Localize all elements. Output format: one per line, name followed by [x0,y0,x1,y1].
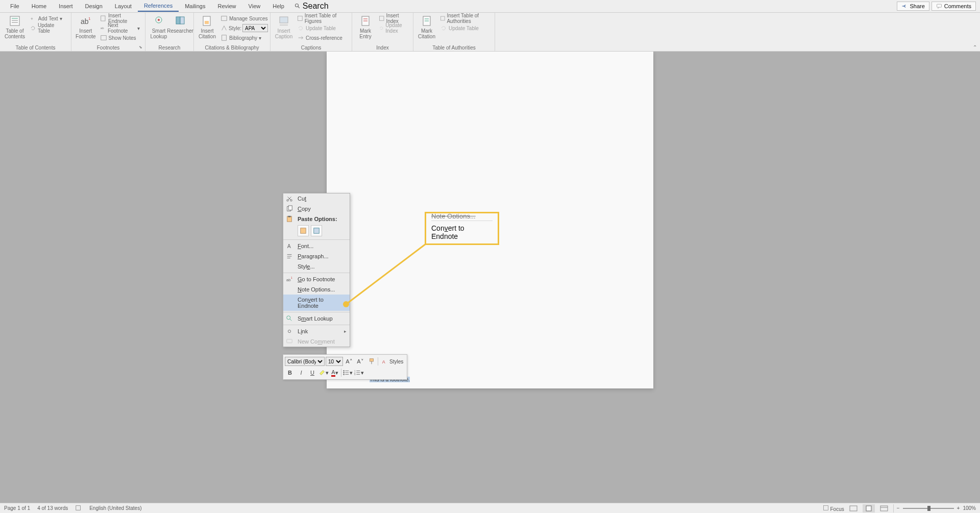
context-style[interactable]: Style... [283,261,350,272]
insert-caption-button[interactable]: Insert Caption [274,14,294,40]
mini-bold[interactable]: B [285,368,295,378]
mini-format-painter[interactable] [366,356,377,367]
view-read-mode[interactable] [847,504,860,512]
mini-font-select[interactable]: Calibri (Body) [285,357,325,366]
tab-references[interactable]: References [138,1,179,12]
tab-file[interactable]: File [4,1,26,11]
style-selector[interactable]: Style: APA [218,23,270,33]
tab-design[interactable]: Design [79,1,109,11]
svg-text:A: A [287,243,291,249]
callout-dot [343,301,349,307]
mini-numbering[interactable]: 123▾ [354,368,364,378]
view-print-layout[interactable] [863,504,875,512]
svg-point-14 [158,19,160,21]
goto-footnote-icon: ab1 [286,276,293,283]
context-link[interactable]: Link ▸ [283,326,350,336]
paste-picture-icon [313,227,320,234]
tab-insert[interactable]: Insert [53,1,79,11]
update-index-button[interactable]: Update Index [377,23,410,33]
zoom-level[interactable]: 100% [963,505,976,511]
mini-italic[interactable]: I [296,368,306,378]
show-notes-button[interactable]: Show Notes [98,33,142,42]
mark-entry-button[interactable]: Mark Entry [355,14,376,40]
footnotes-dialog-launcher[interactable]: ⬊ [139,45,144,50]
next-footnote-icon: ab [100,25,106,32]
mini-font-color[interactable]: A▾ [330,368,340,378]
zoom-in[interactable]: + [957,505,960,511]
svg-rect-63 [850,506,857,511]
mini-shrink-font[interactable]: A˅ [355,356,365,367]
share-button[interactable]: Share [897,2,929,11]
tab-home[interactable]: Home [26,1,53,11]
update-caption-table-button[interactable]: Update Table [295,23,349,33]
context-go-to-footnote[interactable]: ab1 Go to Footnote [283,274,350,284]
context-smart-lookup[interactable]: Smart Lookup [283,313,350,324]
insert-tof-button[interactable]: Insert Table of Figures [295,14,349,23]
web-layout-icon [880,505,888,511]
crossref-icon [297,34,304,41]
smart-lookup-button[interactable]: Smart Lookup [149,14,169,40]
search-button[interactable]: Search [295,2,329,11]
paste-icon [286,215,293,223]
update-icon [30,25,36,32]
view-web-layout[interactable] [878,504,890,512]
mini-grow-font[interactable]: A˄ [344,356,354,367]
svg-point-42 [287,316,290,320]
mini-size-select[interactable]: 10 [326,357,343,366]
styles-icon: A [381,358,388,365]
context-paragraph[interactable]: Paragraph... [283,251,350,261]
paste-picture[interactable] [311,225,322,236]
status-proofing[interactable] [75,504,82,512]
tab-help[interactable]: Help [266,1,290,11]
zoom-slider[interactable] [903,508,954,509]
mini-bullets[interactable]: ▾ [342,368,353,378]
status-page[interactable]: Page 1 of 1 [4,505,30,511]
next-footnote-button[interactable]: abNext Footnote ▾ [98,23,142,33]
insert-endnote-button[interactable]: Insert Endnote [98,14,142,23]
context-note-options[interactable]: Note Options... [283,284,350,295]
style-select[interactable]: APA [242,24,268,32]
comments-button[interactable]: Comments [932,2,976,11]
context-font[interactable]: A Font... [283,241,350,251]
update-table-button[interactable]: Update Table [28,23,68,33]
table-of-contents-button[interactable]: Table of Contents [3,14,27,40]
svg-rect-34 [301,228,306,234]
callout-convert-text: Convert to Endnote [431,224,493,240]
captions-group-label: Captions [271,44,352,51]
svg-text:ab: ab [100,26,104,30]
cross-reference-button[interactable]: Cross-reference [295,33,349,42]
tab-mailings[interactable]: Mailings [179,1,211,11]
researcher-button[interactable]: Researcher [170,14,190,35]
insert-citation-button[interactable]: Insert Citation [197,14,217,40]
mini-styles[interactable]: AStyles [379,356,405,367]
tab-review[interactable]: Review [212,1,242,11]
mark-citation-button[interactable]: Mark Citation [416,14,437,40]
svg-point-0 [295,4,298,7]
paste-keep-source[interactable] [298,225,309,236]
insert-toa-button[interactable]: Insert Table of Authorities [438,14,492,23]
zoom-thumb[interactable] [927,506,930,511]
insert-index-button[interactable]: Insert Index [377,14,410,23]
context-copy[interactable]: Copy [283,204,350,214]
context-convert-to-endnote[interactable]: Convert to Endnote [283,295,350,311]
update-toa-button[interactable]: Update Table [438,23,492,33]
insert-footnote-button[interactable]: ab1 Insert Footnote [75,14,97,40]
collapse-ribbon-button[interactable]: ⌃ [973,44,977,50]
context-cut[interactable]: Cut [283,193,350,204]
bibliography-button[interactable]: Bibliography ▾ [218,33,270,42]
research-group-label: Research [145,44,193,51]
mini-underline[interactable]: U [307,368,317,378]
tab-view[interactable]: View [242,1,267,11]
citation-icon [201,15,213,27]
add-text-button[interactable]: +Add Text ▾ [28,14,68,23]
svg-rect-3 [10,16,19,26]
status-focus[interactable]: Focus [823,505,844,512]
zoom-out[interactable]: − [897,505,900,511]
mini-highlight[interactable]: ▾ [318,368,329,378]
researcher-icon [174,15,186,27]
search-icon [295,3,301,9]
status-language[interactable]: English (United States) [89,505,141,511]
status-words[interactable]: 4 of 13 words [37,505,68,511]
tab-layout[interactable]: Layout [109,1,138,11]
manage-sources-button[interactable]: Manage Sources [218,14,270,23]
